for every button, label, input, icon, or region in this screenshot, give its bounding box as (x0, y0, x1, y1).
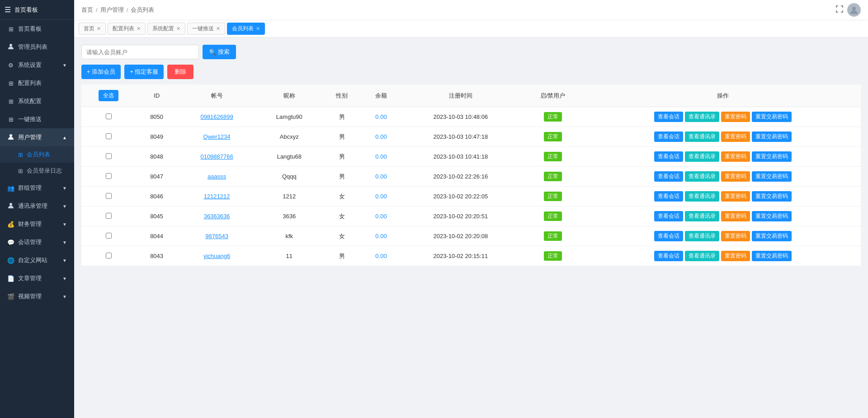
op-btn-查看通讯录[interactable]: 查看通讯录 (685, 112, 719, 122)
balance-value[interactable]: 0.00 (375, 173, 387, 180)
account-link[interactable]: 0981626899 (200, 113, 233, 120)
op-btn-重置密码[interactable]: 重置密码 (721, 132, 750, 142)
op-btn-查看会话[interactable]: 查看会话 (654, 132, 683, 142)
op-btn-查看会话[interactable]: 查看会话 (654, 112, 683, 122)
status-badge[interactable]: 正常 (544, 211, 562, 221)
account-link[interactable]: 12121212 (204, 193, 230, 200)
sidebar-item-sysconfig[interactable]: ⚙ 系统设置 ▼ (0, 56, 74, 74)
op-btn-查看通讯录[interactable]: 查看通讯录 (685, 231, 719, 241)
op-btn-重置交易密码[interactable]: 重置交易密码 (752, 231, 792, 241)
tab-close-icon[interactable]: ✕ (256, 26, 260, 32)
op-btn-查看会话[interactable]: 查看会话 (654, 211, 683, 221)
balance-value[interactable]: 0.00 (375, 133, 387, 140)
sidebar-item-dashboard[interactable]: ⊞ 首页看板 (0, 20, 74, 38)
balance-value[interactable]: 0.00 (375, 153, 387, 160)
sidebar-item-groupmgmt[interactable]: 👥 群组管理 ▼ (0, 179, 74, 197)
sidebar-item-syscfg[interactable]: ⊞ 系统配置 (0, 92, 74, 110)
op-btn-查看会话[interactable]: 查看会话 (654, 251, 683, 261)
op-btn-查看会话[interactable]: 查看会话 (654, 151, 683, 162)
op-btn-重置密码[interactable]: 重置密码 (721, 191, 750, 202)
avatar[interactable] (847, 3, 861, 17)
delete-button[interactable]: 删除 (167, 65, 193, 79)
op-btn-重置交易密码[interactable]: 重置交易密码 (752, 211, 792, 221)
status-badge[interactable]: 正常 (544, 192, 562, 201)
balance-value[interactable]: 0.00 (375, 253, 387, 259)
sidebar-item-configlist[interactable]: ⊞ 配置列表 (0, 74, 74, 92)
op-btn-查看通讯录[interactable]: 查看通讯录 (685, 191, 719, 202)
row-checkbox[interactable] (106, 133, 112, 139)
menu-icon[interactable]: ☰ (5, 5, 11, 14)
account-link[interactable]: 0109887766 (200, 153, 233, 160)
sidebar-item-memberlist[interactable]: ⊞ 会员列表 (0, 146, 74, 163)
status-badge[interactable]: 正常 (544, 152, 562, 161)
row-checkbox[interactable] (106, 193, 112, 199)
op-btn-重置密码[interactable]: 重置密码 (721, 171, 750, 182)
op-btn-查看通讯录[interactable]: 查看通讯录 (685, 132, 719, 142)
op-btn-重置密码[interactable]: 重置密码 (721, 151, 750, 162)
add-member-button[interactable]: + 添加会员 (81, 65, 121, 79)
tab-close-icon[interactable]: ✕ (176, 26, 180, 32)
op-btn-查看通讯录[interactable]: 查看通讯录 (685, 171, 719, 182)
op-btn-重置交易密码[interactable]: 重置交易密码 (752, 151, 792, 162)
sidebar-item-push[interactable]: ⊞ 一键推送 (0, 110, 74, 128)
op-btn-查看会话[interactable]: 查看会话 (654, 171, 683, 182)
balance-value[interactable]: 0.00 (375, 233, 387, 240)
op-btn-查看会话[interactable]: 查看会话 (654, 191, 683, 202)
account-link[interactable]: aaasss (208, 173, 226, 180)
search-input[interactable] (81, 45, 199, 59)
status-badge[interactable]: 正常 (544, 172, 562, 181)
account-link[interactable]: 9876543 (205, 233, 228, 240)
op-btn-重置密码[interactable]: 重置密码 (721, 112, 750, 122)
tab-configlist[interactable]: 配置列表 ✕ (108, 23, 146, 35)
fullscreen-button[interactable] (835, 5, 844, 15)
status-badge[interactable]: 正常 (544, 231, 562, 241)
sidebar-item-usermgmt[interactable]: 用户管理 ▲ (0, 128, 74, 146)
balance-value[interactable]: 0.00 (375, 193, 387, 200)
row-id: 8048 (136, 147, 178, 167)
op-btn-重置密码[interactable]: 重置密码 (721, 211, 750, 221)
op-btn-查看会话[interactable]: 查看会话 (654, 231, 683, 241)
status-badge[interactable]: 正常 (544, 112, 562, 122)
op-btn-查看通讯录[interactable]: 查看通讯录 (685, 211, 719, 221)
tab-close-icon[interactable]: ✕ (137, 26, 141, 32)
sidebar-item-articlemgmt[interactable]: 📄 文章管理 ▼ (0, 269, 74, 287)
sidebar-item-contactmgmt[interactable]: 通讯录管理 ▼ (0, 197, 74, 215)
tab-push[interactable]: 一键推送 ✕ (187, 23, 225, 35)
tab-syscfg[interactable]: 系统配置 ✕ (147, 23, 185, 35)
sidebar-item-loginlog[interactable]: ⊞ 会员登录日志 (0, 163, 74, 179)
row-checkbox[interactable] (106, 153, 112, 159)
op-btn-重置交易密码[interactable]: 重置交易密码 (752, 191, 792, 202)
sidebar-item-chatmgmt[interactable]: 💬 会话管理 ▼ (0, 233, 74, 251)
account-link[interactable]: 36363636 (204, 213, 230, 220)
sidebar-item-financemgmt[interactable]: 💰 财务管理 ▼ (0, 215, 74, 233)
tab-memberlist[interactable]: 会员列表 ✕ (227, 23, 265, 35)
op-btn-重置密码[interactable]: 重置密码 (721, 251, 750, 261)
sidebar-item-videomgmt[interactable]: 🎬 视频管理 ▼ (0, 287, 74, 305)
select-all-button[interactable]: 全选 (99, 90, 118, 101)
tab-home[interactable]: 首页 ✕ (79, 23, 106, 35)
row-checkbox[interactable] (106, 213, 112, 219)
row-checkbox[interactable] (106, 233, 112, 239)
sidebar-item-admin[interactable]: 管理员列表 (0, 38, 74, 56)
op-btn-重置交易密码[interactable]: 重置交易密码 (752, 171, 792, 182)
account-link[interactable]: Qwer1234 (203, 133, 231, 140)
op-btn-重置密码[interactable]: 重置密码 (721, 231, 750, 241)
assign-service-button[interactable]: + 指定客服 (124, 65, 164, 79)
tab-close-icon[interactable]: ✕ (216, 26, 220, 32)
status-badge[interactable]: 正常 (544, 132, 562, 141)
balance-value[interactable]: 0.00 (375, 113, 387, 120)
search-button[interactable]: 🔍 搜索 (203, 45, 236, 59)
status-badge[interactable]: 正常 (544, 251, 562, 261)
balance-value[interactable]: 0.00 (375, 213, 387, 220)
row-checkbox[interactable] (106, 173, 112, 179)
op-btn-查看通讯录[interactable]: 查看通讯录 (685, 151, 719, 162)
sidebar-item-customsite[interactable]: 🌐 自定义网站 ▼ (0, 251, 74, 269)
tab-close-icon[interactable]: ✕ (97, 26, 101, 32)
op-btn-重置交易密码[interactable]: 重置交易密码 (752, 132, 792, 142)
op-btn-查看通讯录[interactable]: 查看通讯录 (685, 251, 719, 261)
account-link[interactable]: yichuang6 (203, 253, 230, 259)
row-checkbox[interactable] (106, 113, 112, 119)
op-btn-重置交易密码[interactable]: 重置交易密码 (752, 251, 792, 261)
row-checkbox[interactable] (106, 253, 112, 258)
op-btn-重置交易密码[interactable]: 重置交易密码 (752, 112, 792, 122)
